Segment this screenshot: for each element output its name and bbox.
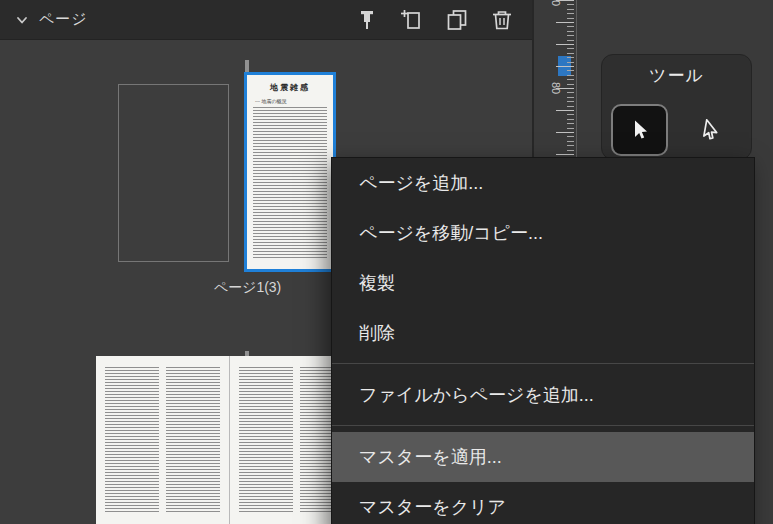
pages-panel-header: ページ bbox=[0, 0, 532, 40]
duplicate-page-icon bbox=[444, 7, 470, 33]
pages-panel-toolbar bbox=[353, 6, 516, 34]
duplicate-page-button[interactable] bbox=[443, 6, 471, 34]
trash-icon bbox=[489, 7, 515, 33]
page-1-thumbnail-content: 地震雑感 一 地震の概況 bbox=[247, 75, 333, 269]
thumbnail-doc-title: 地震雑感 bbox=[253, 82, 327, 93]
pin-icon bbox=[354, 7, 380, 33]
empty-page-slot[interactable] bbox=[118, 84, 229, 262]
add-page-icon bbox=[399, 7, 425, 33]
thumbnail-text-column bbox=[105, 367, 159, 513]
move-tool-button[interactable] bbox=[611, 104, 668, 156]
add-page-button[interactable] bbox=[398, 6, 426, 34]
context-menu: ページを追加...ページを移動/コピー...複製削除ファイルからページを追加..… bbox=[331, 157, 755, 524]
cursor-arrow-filled-icon bbox=[628, 118, 652, 142]
page-1-thumbnail-selected[interactable]: 地震雑感 一 地震の概況 bbox=[244, 72, 336, 272]
menu-item[interactable]: マスターをクリア bbox=[332, 482, 754, 524]
menu-item[interactable]: ファイルからページを追加... bbox=[332, 370, 754, 420]
menu-item[interactable]: 複製 bbox=[332, 258, 754, 308]
spread-2-thumbnails bbox=[96, 356, 363, 524]
thumbnail-text-column bbox=[239, 367, 293, 513]
node-tool-button[interactable] bbox=[681, 104, 738, 156]
delete-page-button[interactable] bbox=[488, 6, 516, 34]
menu-item[interactable]: ページを移動/コピー... bbox=[332, 208, 754, 258]
thumbnail-doc-heading: 一 地震の概況 bbox=[255, 98, 327, 104]
collapse-panel-button[interactable] bbox=[14, 12, 30, 28]
chevron-down-icon bbox=[15, 13, 29, 27]
menu-item[interactable]: マスターを適用... bbox=[332, 432, 754, 482]
pin-pages-button[interactable] bbox=[353, 6, 381, 34]
menu-item[interactable]: ページを追加... bbox=[332, 158, 754, 208]
pages-panel-title: ページ bbox=[39, 10, 88, 29]
menu-separator bbox=[332, 358, 754, 370]
page-2-thumbnail[interactable] bbox=[96, 356, 229, 524]
app-window: ページ bbox=[0, 0, 773, 524]
thumbnail-text-lines bbox=[253, 107, 327, 259]
ruler-label-80: 80 bbox=[550, 78, 562, 98]
tools-panel: ツール bbox=[601, 54, 752, 160]
thumbnail-text-column bbox=[166, 367, 220, 513]
menu-separator bbox=[332, 420, 754, 432]
menu-item[interactable]: 削除 bbox=[332, 308, 754, 358]
ruler-label-60: 60 bbox=[550, 0, 562, 10]
tools-panel-title: ツール bbox=[602, 55, 751, 87]
page-1-label: ページ1(3) bbox=[165, 279, 330, 297]
cursor-arrow-outline-icon bbox=[698, 118, 722, 142]
